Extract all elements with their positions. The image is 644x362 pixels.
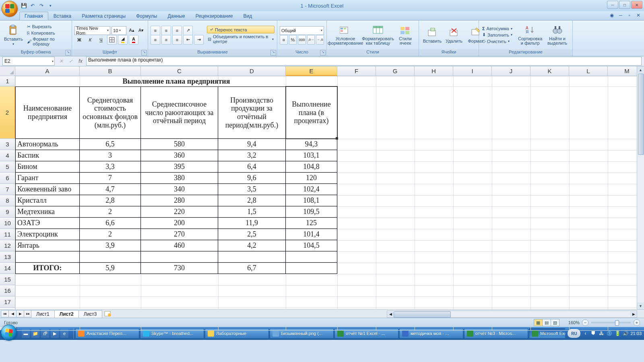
cell[interactable]: 380: [141, 173, 218, 184]
cell[interactable]: 125: [286, 218, 337, 229]
ribbon-tab-4[interactable]: Данные: [162, 12, 190, 20]
fill-color-button[interactable]: ◢: [118, 35, 128, 45]
currency-button[interactable]: ¤: [280, 35, 288, 45]
tray-skype-icon[interactable]: Ⓢ: [606, 330, 613, 337]
cell[interactable]: 460: [141, 240, 218, 251]
grow-font-button[interactable]: A▴: [128, 26, 136, 35]
cell[interactable]: Кожевенный заво: [15, 184, 80, 195]
cell[interactable]: 730: [141, 263, 218, 274]
cell[interactable]: 3,5: [218, 184, 286, 195]
font-name-combo[interactable]: Times New Rom▾: [74, 26, 110, 35]
cell[interactable]: ОЗАТЭ: [15, 218, 80, 229]
font-color-button[interactable]: A: [129, 35, 138, 45]
ribbon-tab-5[interactable]: Рецензирование: [190, 12, 238, 20]
cell[interactable]: Гарант: [15, 173, 80, 184]
cell[interactable]: [15, 251, 80, 263]
italic-button[interactable]: К: [85, 35, 95, 45]
cell[interactable]: 6,5: [80, 139, 141, 150]
sheet-nav-first[interactable]: ⏮: [1, 310, 9, 317]
ribbon-close-button[interactable]: ✕: [635, 12, 642, 19]
decrease-decimal-button[interactable]: ←,0: [316, 35, 324, 45]
zoom-out-button[interactable]: −: [582, 319, 588, 326]
ribbon-tab-0[interactable]: Главная: [19, 12, 48, 20]
ribbon-tab-1[interactable]: Вставка: [48, 12, 77, 20]
cell[interactable]: 270: [141, 229, 218, 240]
cell[interactable]: 6,7: [218, 263, 286, 274]
office-button[interactable]: [2, 1, 18, 17]
scroll-left-button[interactable]: ◀: [387, 311, 394, 317]
cell[interactable]: 3,3: [80, 161, 141, 173]
row-header-11[interactable]: 11: [0, 229, 15, 240]
row-header-6[interactable]: 6: [0, 173, 15, 184]
cell[interactable]: 4,2: [218, 240, 286, 251]
cell[interactable]: 395: [141, 161, 218, 173]
cell[interactable]: Производство продукции за отчётный перио…: [218, 86, 286, 139]
font-size-combo[interactable]: 10▾: [111, 26, 126, 35]
cell[interactable]: 104,8: [286, 161, 337, 173]
cell[interactable]: 220: [141, 206, 218, 218]
column-header-K[interactable]: K: [530, 66, 569, 76]
wrap-text-button[interactable]: ⤶Перенос текста: [207, 26, 275, 33]
qat-redo[interactable]: ↷: [38, 2, 45, 9]
row-header-12[interactable]: 12: [0, 240, 15, 251]
ribbon-tab-2[interactable]: Разметка страницы: [76, 12, 131, 20]
row-header-2[interactable]: 2: [0, 86, 15, 139]
vertical-scrollbar[interactable]: ▲ ▼: [637, 66, 644, 309]
cell[interactable]: 1,5: [218, 206, 286, 218]
sheet-tab-2[interactable]: Лист3: [78, 310, 102, 318]
cell[interactable]: [80, 251, 141, 263]
cell[interactable]: Электроцинк: [15, 229, 80, 240]
sheet-nav-last[interactable]: ⏭: [24, 310, 32, 317]
cell[interactable]: 4,7: [80, 184, 141, 195]
row-header-17[interactable]: 17: [0, 296, 15, 308]
column-header-C[interactable]: C: [141, 66, 218, 76]
help-icon[interactable]: ◉: [609, 12, 615, 19]
zoom-level[interactable]: 160%: [568, 320, 580, 325]
sheet-nav-prev[interactable]: ◀: [8, 310, 17, 317]
cell[interactable]: 109,5: [286, 206, 337, 218]
view-page-break-button[interactable]: ▧: [551, 319, 559, 326]
cell[interactable]: 2,8: [218, 195, 286, 206]
row-header-15[interactable]: 15: [0, 274, 15, 285]
column-header-H[interactable]: H: [415, 66, 453, 76]
tray-shield-icon[interactable]: ⛊: [590, 330, 597, 337]
cell[interactable]: Баспик: [15, 150, 80, 161]
cell[interactable]: 6,4: [218, 161, 286, 173]
cell[interactable]: Среднесписочное число раюотающих за отчё…: [141, 86, 218, 139]
cell[interactable]: 3: [80, 150, 141, 161]
cell[interactable]: ИТОГО:: [15, 263, 80, 274]
cell[interactable]: [141, 251, 218, 263]
row-header-3[interactable]: 3: [0, 139, 15, 150]
column-header-E[interactable]: E: [286, 66, 337, 76]
start-button[interactable]: [1, 325, 17, 341]
underline-button[interactable]: Ч: [96, 35, 106, 45]
row-header-9[interactable]: 9: [0, 206, 15, 218]
horizontal-scrollbar[interactable]: ◀ ▶: [387, 311, 637, 318]
row-header-1[interactable]: 1: [0, 76, 15, 86]
cell[interactable]: [286, 263, 337, 274]
number-launcher[interactable]: ↘: [320, 50, 326, 56]
font-launcher[interactable]: ↘: [141, 50, 147, 56]
column-header-D[interactable]: D: [218, 66, 286, 76]
cell[interactable]: 94,3: [286, 139, 337, 150]
ribbon-tab-3[interactable]: Формулы: [131, 12, 162, 20]
orientation-button[interactable]: ↗: [183, 26, 193, 35]
borders-button[interactable]: [107, 35, 117, 45]
cell[interactable]: 104,5: [286, 240, 337, 251]
cell[interactable]: 7: [80, 173, 141, 184]
align-middle-button[interactable]: ≡: [161, 26, 171, 35]
copy-button[interactable]: ⎘Копировать: [26, 30, 69, 36]
bold-button[interactable]: Ж: [74, 35, 84, 45]
increase-decimal-button[interactable]: ,0→: [307, 35, 315, 45]
cell[interactable]: Кристалл: [15, 195, 80, 206]
cell[interactable]: 108,1: [286, 195, 337, 206]
cell[interactable]: 3,2: [218, 150, 286, 161]
cell[interactable]: 360: [141, 150, 218, 161]
align-right-button[interactable]: ≡: [172, 35, 182, 45]
tray-clock[interactable]: 21:03: [630, 331, 642, 336]
cell[interactable]: [286, 251, 337, 263]
cell[interactable]: 580: [141, 139, 218, 150]
column-header-I[interactable]: I: [453, 66, 492, 76]
number-format-combo[interactable]: Общий▾: [280, 26, 324, 35]
qat-customize[interactable]: ▾: [47, 2, 54, 9]
